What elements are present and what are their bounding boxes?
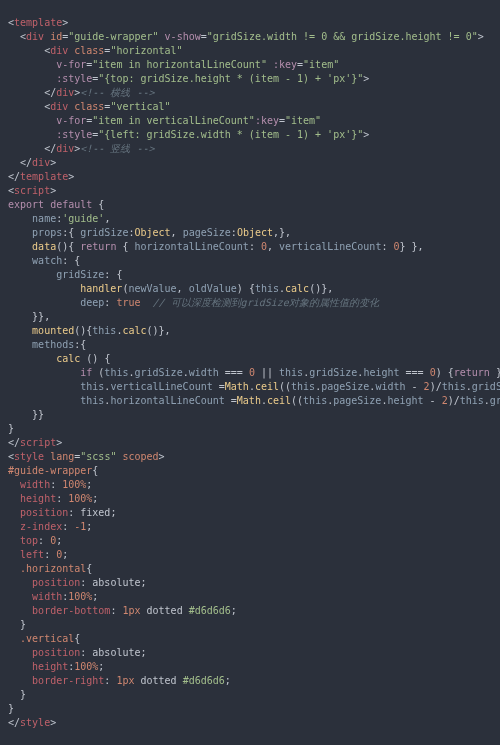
code-token-ident: Object [237, 227, 273, 238]
code-token-tag: script [20, 437, 56, 448]
code-token-kw: return [80, 241, 116, 252]
code-token-str: "item" [285, 115, 321, 126]
code-line: }} [8, 409, 44, 420]
code-token-bool: true [116, 297, 140, 308]
code-token-indent [8, 689, 20, 700]
code-token-punc: } [8, 423, 14, 434]
code-token-cssnum: 1px [116, 675, 134, 686]
code-token-tkkey: height [387, 395, 423, 406]
code-line: width:100%; [8, 591, 98, 602]
code-line: .vertical{ [8, 633, 80, 644]
code-token-indent [8, 129, 56, 140]
code-token-str: "guide-wrapper" [68, 31, 158, 42]
code-token-cssval: absolute [92, 577, 140, 588]
code-token-ident: ceil [255, 381, 279, 392]
code-token-punc: (( [291, 395, 303, 406]
code-token-glb: Math [225, 381, 249, 392]
code-token-tkkey: gridSize [309, 367, 357, 378]
code-token-punc: )/ [448, 395, 460, 406]
code-line: height: 100%; [8, 493, 98, 504]
code-token-cssprop: position [20, 507, 68, 518]
code-token-punc: ; [141, 647, 147, 658]
code-token-tkkey: horizontalLineCount [110, 395, 224, 406]
code-line: </script> [8, 437, 62, 448]
code-token-str: "{left: gridSize.width * (item - 1) + 'p… [98, 129, 363, 140]
code-token-punc: ; [92, 493, 98, 504]
code-token-tag: template [20, 171, 68, 182]
code-token-punc: () [86, 353, 98, 364]
code-line: } [8, 619, 26, 630]
code-token-punc: , [104, 213, 110, 224]
code-token-punc: (( [279, 381, 291, 392]
code-line: </div><!-- 竖线 --> [8, 143, 154, 154]
code-token-cssval: dotted [147, 605, 183, 616]
code-token-str: "item" [303, 59, 339, 70]
code-token-punc: { [86, 563, 92, 574]
code-token-tkkey: watch [32, 255, 62, 266]
code-token-punc: > [50, 157, 56, 168]
code-token-punc: ; [86, 521, 92, 532]
code-line: export default { [8, 199, 104, 210]
code-token-punc: ; [92, 591, 98, 602]
code-token-attr: lang [50, 451, 74, 462]
code-token-cssprop: z-index [20, 521, 62, 532]
code-token-punc: }} [32, 409, 44, 420]
code-line: </div> [8, 157, 56, 168]
code-token-indent [8, 563, 20, 574]
code-token-str: "item in horizontalLineCount" [92, 59, 267, 70]
code-token-indent [8, 507, 20, 518]
code-token-ident: mounted [32, 325, 74, 336]
code-token-tkkey: height [363, 367, 399, 378]
code-token-punc: :{ [74, 339, 86, 350]
code-token-csssel: .horizontal [20, 563, 86, 574]
code-token-punc: :{ [62, 227, 74, 238]
code-token-indent [8, 409, 32, 420]
code-token-opattr: :style [56, 73, 92, 84]
code-line: <div class="vertical" [8, 101, 171, 112]
code-token-tag: template [14, 17, 62, 28]
code-token-punc: (){ [74, 325, 92, 336]
code-token-punc: > [56, 437, 62, 448]
code-line: position: absolute; [8, 577, 147, 588]
code-line: height:100%; [8, 661, 104, 672]
code-token-cssval: absolute [92, 647, 140, 658]
code-token-indent [8, 381, 80, 392]
code-token-tkkey: this [92, 325, 116, 336]
code-token-tag: div [56, 143, 74, 154]
code-token-plain [141, 297, 153, 308]
code-token-punc: { [92, 465, 98, 476]
code-line: methods:{ [8, 339, 86, 350]
code-line: gridSize: { [8, 269, 122, 280]
code-token-cssnum: 100% [62, 479, 86, 490]
code-token-cssprop: height [32, 661, 68, 672]
code-token-kw: return [454, 367, 490, 378]
code-token-indent [8, 605, 32, 616]
code-token-cssprop: position [32, 577, 80, 588]
code-token-indent [8, 521, 20, 532]
code-token-punc: === [406, 367, 424, 378]
code-token-ident: handler [80, 283, 122, 294]
code-token-tkkey: this [279, 367, 303, 378]
code-token-indent [8, 255, 32, 266]
code-token-tag: style [20, 717, 50, 728]
code-token-tag: script [14, 185, 50, 196]
code-token-tkkey: gridSize [490, 395, 500, 406]
code-token-punc: > [363, 73, 369, 84]
code-token-tkkey: gridSize [472, 381, 500, 392]
code-token-indent [8, 87, 44, 98]
code-line: .horizontal{ [8, 563, 92, 574]
code-token-indent [8, 661, 32, 672]
code-token-cssnum: 1px [122, 605, 140, 616]
code-token-str: "horizontal" [110, 45, 182, 56]
code-token-punc: > [159, 451, 165, 462]
code-token-indent [8, 31, 20, 42]
code-line: watch: { [8, 255, 80, 266]
code-token-punc: ; [141, 577, 147, 588]
code-token-str: 'guide' [62, 213, 104, 224]
code-token-indent [8, 493, 20, 504]
code-token-cssprop: height [20, 493, 56, 504]
code-line: :style="{left: gridSize.width * (item - … [8, 129, 369, 140]
code-token-tag: div [50, 101, 68, 112]
code-token-tkkey: this [303, 395, 327, 406]
code-token-punc: > [478, 31, 484, 42]
